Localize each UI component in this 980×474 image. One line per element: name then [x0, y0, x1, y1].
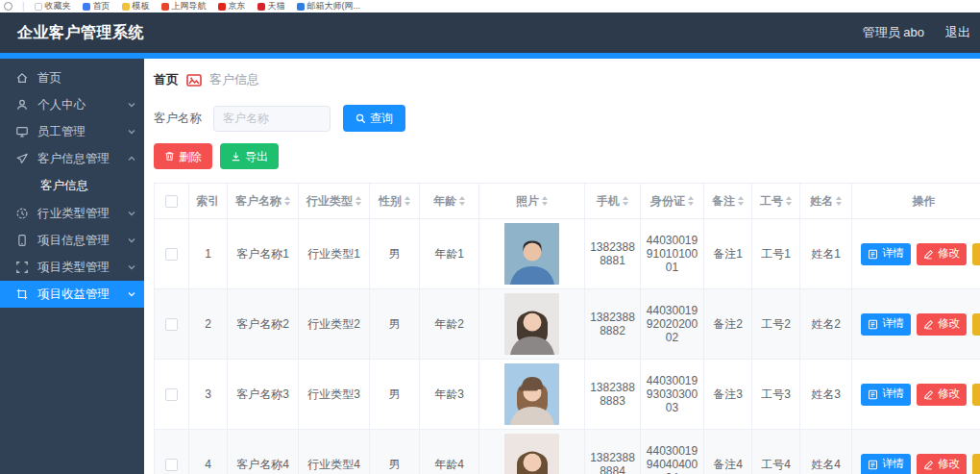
sort-icon[interactable] [284, 196, 290, 206]
age-cell: 年龄1 [420, 219, 479, 289]
search-button[interactable]: 查询 [343, 105, 405, 132]
divider: | [22, 1, 25, 12]
column-header[interactable]: 行业类型 [299, 184, 370, 219]
sort-icon[interactable] [738, 196, 744, 206]
column-label: 备注 [712, 193, 735, 210]
gender-cell: 男 [370, 219, 420, 289]
remark-cell: 备注2 [704, 289, 752, 360]
table-row: 4客户名称4行业类型4男年龄4 138238888844403001994040… [155, 430, 980, 474]
sort-icon[interactable] [459, 196, 465, 206]
jobno-cell: 工号3 [752, 360, 800, 430]
bookmark-label: 天猫 [268, 0, 285, 12]
sidebar-item[interactable]: 项目类型管理 [0, 254, 144, 281]
frame-icon [15, 287, 29, 301]
document-icon [868, 389, 878, 400]
gender-cell: 男 [370, 430, 420, 474]
logout-link[interactable]: 退出 [945, 24, 970, 41]
detail-button[interactable]: 详情 [861, 313, 911, 336]
column-header[interactable]: 照片 [479, 184, 585, 219]
row-checkbox[interactable] [165, 459, 178, 471]
document-icon [868, 319, 878, 330]
sidebar-item[interactable]: 员工管理 [0, 118, 144, 145]
column-header[interactable]: 年龄 [420, 184, 479, 219]
bookmark-label: 上网导航 [172, 0, 207, 12]
select-all-checkbox[interactable] [165, 195, 178, 208]
person-cell: 姓名4 [800, 430, 852, 474]
bookmarks-bar: | 收藏夹首页模板上网导航京东天猫邮箱大师(网... [0, 0, 980, 12]
breadcrumb-current: 客户信息 [209, 71, 259, 88]
edit-button[interactable]: 修改 [917, 384, 967, 406]
sort-icon[interactable] [404, 196, 410, 206]
bookmark-item[interactable]: 首页 [83, 0, 110, 12]
toolbar: 删除 导出 [152, 143, 980, 169]
actions-cell: 详情 修改 删除 [852, 219, 980, 289]
breadcrumb: 首页 客户信息 [152, 71, 980, 88]
send-icon [15, 152, 29, 165]
search-label: 客户名称 [154, 111, 202, 127]
detail-button[interactable]: 详情 [861, 384, 911, 406]
sidebar-item[interactable]: 行业类型管理 [0, 200, 144, 227]
sidebar-item[interactable]: 项目收益管理 [0, 281, 144, 308]
sidebar-item[interactable]: 项目信息管理 [0, 227, 144, 254]
detail-button[interactable]: 详情 [861, 454, 911, 474]
row-checkbox[interactable] [165, 388, 178, 401]
column-header[interactable]: 客户名称 [228, 184, 299, 219]
bookmark-item[interactable]: 邮箱大师(网... [297, 0, 361, 12]
sidebar-item-label: 项目信息管理 [37, 233, 127, 249]
search-input[interactable] [213, 106, 331, 132]
bookmark-item[interactable]: 京东 [218, 0, 246, 12]
current-user[interactable]: 管理员 abo [863, 24, 924, 41]
browser-icon[interactable] [4, 2, 12, 11]
checkbox-cell [155, 360, 189, 430]
crop-icon [15, 261, 29, 274]
sort-icon[interactable] [542, 196, 548, 206]
favicon-red [161, 3, 169, 11]
edit-button[interactable]: 修改 [917, 243, 967, 265]
row-delete-button[interactable]: 删除 [972, 313, 980, 336]
bookmark-item[interactable]: 收藏夹 [35, 0, 71, 12]
sort-icon[interactable] [786, 196, 792, 206]
sidebar-item[interactable]: 首页 [0, 64, 144, 91]
column-header[interactable]: 工号 [752, 184, 800, 219]
bookmark-item[interactable]: 天猫 [257, 0, 285, 12]
column-label: 照片 [516, 193, 539, 210]
detail-button[interactable]: 详情 [861, 243, 911, 265]
bookmark-item[interactable]: 上网导航 [161, 0, 207, 12]
search-icon [355, 113, 366, 124]
person-cell: 姓名1 [800, 219, 852, 289]
row-delete-button[interactable]: 删除 [972, 384, 980, 406]
phone-icon [15, 234, 29, 247]
edit-button[interactable]: 修改 [917, 313, 967, 336]
broken-image-icon [186, 74, 202, 87]
export-button[interactable]: 导出 [220, 143, 279, 169]
sidebar-subitem[interactable]: 客户信息 [0, 172, 144, 200]
row-delete-button[interactable]: 删除 [972, 454, 980, 474]
column-header[interactable]: 手机 [585, 184, 641, 219]
column-header[interactable]: 性别 [370, 184, 420, 219]
sidebar-item-label: 客户信息管理 [37, 151, 127, 167]
row-checkbox[interactable] [165, 318, 178, 331]
column-header[interactable]: 身份证 [641, 184, 704, 219]
sort-icon[interactable] [355, 196, 361, 206]
sidebar-item[interactable]: 个人中心 [0, 91, 144, 118]
sort-icon[interactable] [836, 196, 842, 206]
bookmark-item[interactable]: 模板 [122, 0, 150, 12]
sort-icon[interactable] [623, 196, 628, 206]
delete-button[interactable]: 删除 [154, 143, 212, 169]
checkbox-cell [155, 430, 189, 474]
favicon-tmall [257, 3, 265, 11]
row-checkbox[interactable] [165, 248, 178, 261]
column-header[interactable]: 姓名 [800, 184, 852, 219]
user-icon [15, 98, 29, 112]
column-label: 年龄 [433, 193, 456, 210]
sidebar-item[interactable]: 客户信息管理 [0, 145, 144, 172]
edit-button[interactable]: 修改 [917, 454, 967, 474]
breadcrumb-home[interactable]: 首页 [154, 71, 179, 88]
folder-icon [35, 3, 42, 11]
row-delete-button[interactable]: 删除 [972, 243, 980, 265]
idcard-cell: 440300199404040004 [641, 430, 704, 474]
index-cell: 4 [189, 430, 228, 474]
sidebar-item-label: 行业类型管理 [37, 206, 127, 222]
column-header[interactable]: 备注 [704, 184, 752, 219]
sort-icon[interactable] [688, 196, 694, 206]
